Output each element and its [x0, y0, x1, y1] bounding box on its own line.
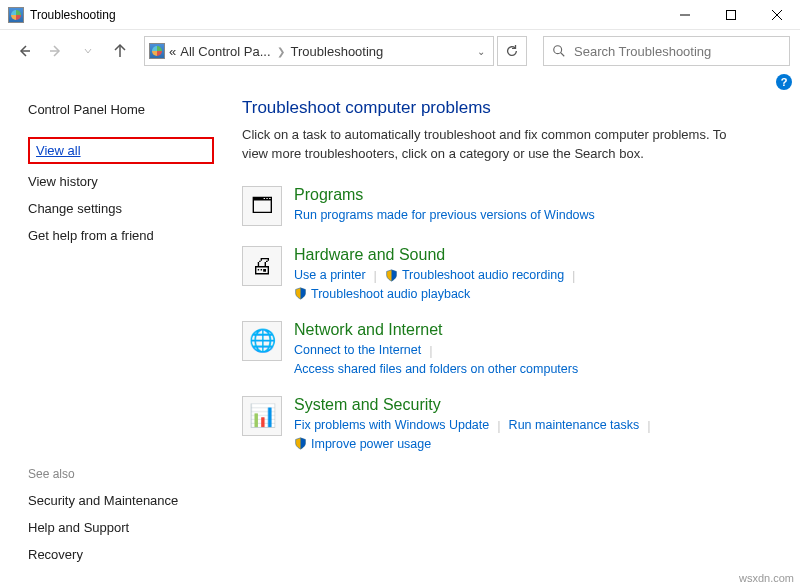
system-title[interactable]: System and Security — [294, 396, 780, 414]
maintenance-tasks-link[interactable]: Run maintenance tasks — [509, 418, 640, 432]
location-icon — [149, 43, 165, 59]
watermark: wsxdn.com — [739, 572, 794, 584]
up-button[interactable] — [106, 37, 134, 65]
control-panel-home-link[interactable]: Control Panel Home — [28, 102, 214, 117]
shield-icon — [294, 437, 307, 450]
page-description: Click on a task to automatically trouble… — [242, 126, 742, 164]
breadcrumb-prefix: « — [169, 44, 176, 59]
shield-icon — [294, 287, 307, 300]
network-icon: 🌐 — [242, 321, 282, 361]
content-body: Control Panel Home View all View history… — [0, 90, 800, 586]
hardware-title[interactable]: Hardware and Sound — [294, 246, 780, 264]
improve-power-usage-link[interactable]: Improve power usage — [294, 437, 431, 451]
run-programs-compat-link[interactable]: Run programs made for previous versions … — [294, 208, 595, 222]
forward-button[interactable] — [42, 37, 70, 65]
use-printer-link[interactable]: Use a printer — [294, 268, 366, 282]
help-icon[interactable]: ? — [776, 74, 792, 90]
address-bar[interactable]: « All Control Pa... ❯ Troubleshooting ⌄ — [144, 36, 494, 66]
security-maintenance-link[interactable]: Security and Maintenance — [28, 493, 178, 508]
search-input[interactable]: Search Troubleshooting — [543, 36, 790, 66]
breadcrumb-item[interactable]: Troubleshooting — [291, 44, 384, 59]
access-shared-files-link[interactable]: Access shared files and folders on other… — [294, 362, 578, 376]
view-all-link[interactable]: View all — [36, 143, 81, 158]
audio-playback-link[interactable]: Troubleshoot audio playback — [294, 287, 470, 301]
svg-point-7 — [554, 46, 562, 54]
hardware-icon: 🖨 — [242, 246, 282, 286]
see-also-label: See also — [28, 467, 214, 481]
recent-dropdown[interactable] — [74, 37, 102, 65]
view-history-link[interactable]: View history — [28, 174, 98, 189]
search-placeholder: Search Troubleshooting — [574, 44, 711, 59]
separator: | — [647, 418, 650, 433]
page-title: Troubleshoot computer problems — [242, 98, 780, 118]
help-support-link[interactable]: Help and Support — [28, 520, 129, 535]
category-network: 🌐 Network and Internet Connect to the In… — [242, 321, 780, 376]
shield-icon — [385, 269, 398, 282]
breadcrumb-item[interactable]: All Control Pa... — [180, 44, 270, 59]
network-title[interactable]: Network and Internet — [294, 321, 780, 339]
recovery-link[interactable]: Recovery — [28, 547, 83, 562]
chevron-right-icon[interactable]: ❯ — [277, 46, 285, 57]
close-button[interactable] — [754, 0, 800, 30]
search-icon — [552, 44, 566, 58]
category-programs: 🗔 Programs Run programs made for previou… — [242, 186, 780, 226]
svg-line-8 — [561, 53, 565, 57]
highlight-box: View all — [28, 137, 214, 164]
change-settings-link[interactable]: Change settings — [28, 201, 122, 216]
minimize-button[interactable] — [662, 0, 708, 30]
window-title: Troubleshooting — [30, 8, 662, 22]
maximize-button[interactable] — [708, 0, 754, 30]
separator: | — [374, 268, 377, 283]
window-controls — [662, 0, 800, 30]
help-row: ? — [0, 72, 800, 90]
back-button[interactable] — [10, 37, 38, 65]
separator: | — [429, 343, 432, 358]
category-hardware: 🖨 Hardware and Sound Use a printer | Tro… — [242, 246, 780, 301]
audio-recording-link[interactable]: Troubleshoot audio recording — [385, 268, 564, 282]
main-panel: Troubleshoot computer problems Click on … — [230, 90, 800, 586]
separator: | — [572, 268, 575, 283]
chevron-down-icon[interactable]: ⌄ — [473, 46, 489, 57]
get-help-from-friend-link[interactable]: Get help from a friend — [28, 228, 154, 243]
programs-title[interactable]: Programs — [294, 186, 780, 204]
sidebar: Control Panel Home View all View history… — [0, 90, 230, 586]
windows-update-link[interactable]: Fix problems with Windows Update — [294, 418, 489, 432]
svg-rect-1 — [727, 10, 736, 19]
toolbar: « All Control Pa... ❯ Troubleshooting ⌄ … — [0, 30, 800, 72]
connect-internet-link[interactable]: Connect to the Internet — [294, 343, 421, 357]
refresh-button[interactable] — [497, 36, 527, 66]
programs-icon: 🗔 — [242, 186, 282, 226]
system-icon: 📊 — [242, 396, 282, 436]
app-icon — [8, 7, 24, 23]
separator: | — [497, 418, 500, 433]
see-also-block: See also Security and Maintenance Help a… — [28, 467, 214, 574]
titlebar: Troubleshooting — [0, 0, 800, 30]
category-system: 📊 System and Security Fix problems with … — [242, 396, 780, 451]
